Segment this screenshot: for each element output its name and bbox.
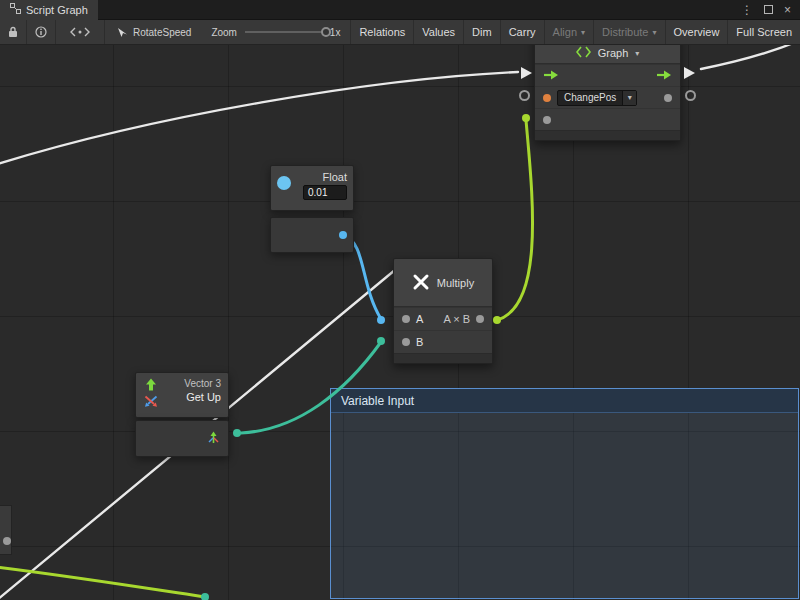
multiply-icon <box>412 273 430 293</box>
wire-multiply-to-graph <box>497 120 533 320</box>
vector3-body <box>135 420 229 457</box>
port-result[interactable] <box>476 315 484 323</box>
port-a-label: A <box>416 313 423 325</box>
toolbar-button-relations[interactable]: Relations <box>350 20 413 44</box>
wire-start-lime <box>493 316 501 324</box>
node-graph-unit[interactable]: Graph ▾ <box>534 30 681 141</box>
zoom-value: 1x <box>330 27 341 38</box>
zoom-slider-knob[interactable] <box>321 27 331 37</box>
flow-arrow-in-icon <box>521 67 532 79</box>
output-port[interactable] <box>664 94 672 102</box>
lock-icon <box>8 26 18 38</box>
toolbar-button-dim[interactable]: Dim <box>463 20 500 44</box>
wire-flow-in <box>0 72 518 168</box>
chevron-down-icon: ▾ <box>635 49 639 58</box>
toolbar-button-distribute: Distribute ▾ <box>593 20 664 44</box>
node-float[interactable]: Float 0.01 <box>270 165 354 253</box>
multiply-row-b: B <box>394 330 492 353</box>
group-title: Variable Input <box>341 394 414 408</box>
script-graph-icon <box>10 3 21 16</box>
unconnected-port-right[interactable] <box>685 90 696 101</box>
toolbar-button-values[interactable]: Values <box>413 20 463 44</box>
graph-toolbar: RotateSpeed Zoom 1x Relations Values Dim… <box>0 20 800 45</box>
graph-pointer[interactable]: RotateSpeed <box>117 27 191 38</box>
graph-pointer-label: RotateSpeed <box>133 27 191 38</box>
toolbar-button-align: Align ▾ <box>544 20 593 44</box>
graph-icon <box>576 46 591 60</box>
multiply-row-a: A A × B <box>394 307 492 330</box>
pointer-icon <box>117 27 128 38</box>
group-variable-input[interactable]: Variable Input <box>330 388 799 599</box>
wire-end-lime <box>522 114 530 122</box>
unconnected-port-left[interactable] <box>519 90 530 101</box>
toolbar-buttons: Relations Values Dim Carry Align ▾ Distr… <box>350 20 800 44</box>
float-value-input[interactable]: 0.01 <box>303 185 347 200</box>
flow-out-arrow-icon[interactable] <box>656 70 672 82</box>
wire-bottom-left <box>0 566 205 597</box>
graph-unit-title: Graph <box>598 47 629 59</box>
code-toggle-button[interactable] <box>56 20 105 44</box>
window-controls: ⋮ × <box>741 3 800 17</box>
chevron-down-icon: ▾ <box>622 91 636 105</box>
wire-end-bottom <box>201 593 209 600</box>
window-titlebar: Script Graph ⋮ × <box>0 0 800 20</box>
graph-canvas[interactable]: Variable Input Graph ▾ <box>0 0 800 600</box>
float-type-icon <box>277 176 291 190</box>
input-port[interactable] <box>543 116 551 124</box>
tab-title: Script Graph <box>26 4 88 16</box>
zoom-label: Zoom <box>211 27 237 38</box>
toolbar-button-full-screen[interactable]: Full Screen <box>727 20 800 44</box>
flow-arrow-out-icon <box>684 67 695 79</box>
port-b-label: B <box>416 336 423 348</box>
graph-flow-row <box>535 64 680 86</box>
variable-port[interactable] <box>543 94 551 102</box>
group-header[interactable]: Variable Input <box>331 389 798 413</box>
flow-in-arrow-icon[interactable] <box>543 70 559 82</box>
wire-start-teal <box>233 429 241 437</box>
wire-end-teal <box>377 337 385 345</box>
lock-button[interactable] <box>0 20 27 44</box>
toolbar-button-carry[interactable]: Carry <box>500 20 544 44</box>
graph-input-row <box>535 108 680 130</box>
graph-variable-row: ChangePos ▾ <box>535 86 680 108</box>
variable-dropdown[interactable]: ChangePos ▾ <box>557 90 637 106</box>
close-icon[interactable]: × <box>784 3 791 17</box>
float-header[interactable]: Float 0.01 <box>270 165 354 211</box>
partial-node-port[interactable] <box>3 537 11 545</box>
partial-node[interactable] <box>0 505 12 555</box>
node-footer <box>535 130 680 140</box>
multiply-title: Multiply <box>437 277 474 289</box>
info-icon <box>35 26 47 38</box>
node-multiply[interactable]: Multiply A A × B B <box>393 258 493 364</box>
vector3-output-icon[interactable] <box>207 431 220 446</box>
zoom-slider-track <box>245 31 322 33</box>
wire-end-blue <box>377 316 385 324</box>
node-footer <box>394 353 492 363</box>
zoom-slider[interactable] <box>245 26 322 38</box>
multiply-header[interactable]: Multiply <box>394 259 492 307</box>
vector3-type-label: Vector 3 <box>184 378 221 389</box>
port-b[interactable] <box>402 338 410 346</box>
port-result-label: A × B <box>443 313 470 325</box>
float-title: Float <box>323 171 347 183</box>
vector3-header[interactable]: Vector 3 Get Up <box>135 372 229 418</box>
chevron-down-icon: ▾ <box>653 28 657 37</box>
toolbar-button-overview[interactable]: Overview <box>665 20 728 44</box>
variable-dropdown-value: ChangePos <box>558 92 622 103</box>
vector3-title: Get Up <box>186 391 221 403</box>
code-icon <box>70 27 90 37</box>
maximize-icon[interactable] <box>764 5 773 14</box>
tab-script-graph[interactable]: Script Graph <box>0 0 98 20</box>
float-body <box>270 217 354 253</box>
port-a[interactable] <box>402 315 410 323</box>
node-vector3-get-up[interactable]: Vector 3 Get Up <box>135 372 229 457</box>
cross-arrows-icon <box>143 395 159 409</box>
float-output-port[interactable] <box>339 231 347 239</box>
info-button[interactable] <box>27 20 56 44</box>
menu-icon[interactable]: ⋮ <box>741 3 753 17</box>
chevron-down-icon: ▾ <box>581 28 585 37</box>
arrow-up-icon <box>145 378 157 393</box>
script-graph-window: Variable Input Graph ▾ <box>0 0 800 600</box>
